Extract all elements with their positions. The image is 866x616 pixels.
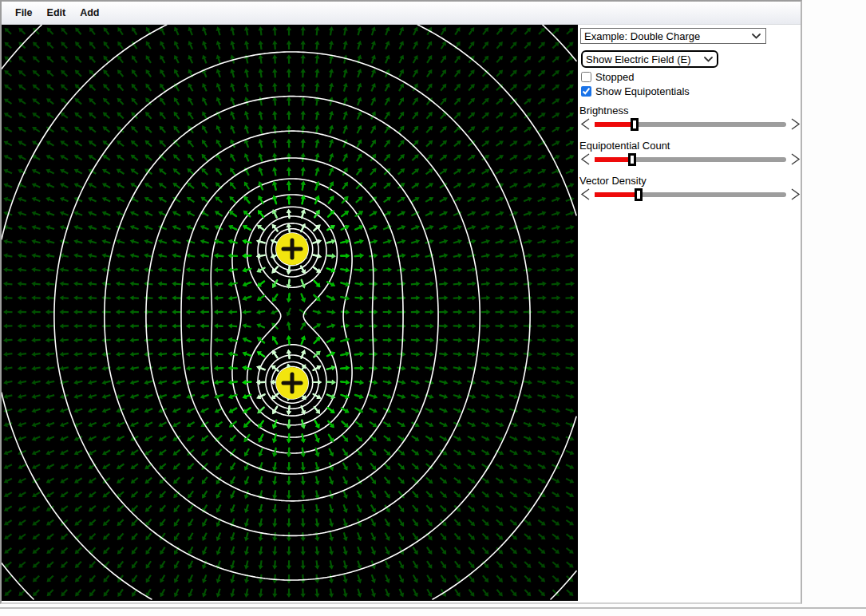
equipotential-count-slider-track[interactable] — [595, 152, 786, 166]
slider-fill — [595, 157, 632, 162]
menu-item-add[interactable]: Add — [80, 7, 99, 18]
brightness-slider-group: Brightness — [579, 105, 803, 131]
vector-density-slider-track[interactable] — [595, 188, 786, 201]
simulation-area — [2, 25, 578, 601]
show-equipotentials-row: Show Equipotentials — [581, 85, 690, 98]
checkbox-stopped[interactable] — [581, 72, 591, 82]
example-select-wrap: Example: Double Charge — [580, 28, 766, 44]
brightness-label: Brightness — [579, 105, 803, 116]
stopped-row: Stopped — [581, 70, 634, 84]
field-type-select-wrap: Show Electric Field (E) — [581, 50, 718, 68]
equipotential-count-slider-group: Equipotential Count — [579, 140, 803, 166]
brightness-slider-track[interactable] — [595, 117, 786, 131]
equipotential-count-label: Equipotential Count — [579, 140, 803, 152]
slider-right-arrow-icon[interactable] — [790, 152, 801, 166]
checkbox-show-equipotentials-label: Show Equipotentials — [595, 85, 690, 97]
checkbox-show-equipotentials[interactable] — [581, 86, 591, 97]
vector-density-slider-thumb[interactable] — [635, 188, 643, 201]
slider-fill — [595, 192, 639, 197]
menubar: File Edit Add — [2, 2, 801, 25]
field-canvas[interactable] — [2, 25, 578, 601]
vector-density-slider-group: Vector Density — [579, 175, 803, 201]
menu-item-file[interactable]: File — [15, 7, 33, 18]
slider-fill — [595, 122, 635, 127]
slider-right-arrow-icon[interactable] — [790, 188, 801, 201]
equipotential-count-slider-thumb[interactable] — [628, 153, 636, 166]
menu-item-edit[interactable]: Edit — [47, 7, 66, 18]
page-divider — [0, 607, 866, 609]
app-page: File Edit Add Example: Double Charge Sho… — [0, 0, 866, 616]
slider-right-arrow-icon[interactable] — [790, 117, 801, 131]
app-window: File Edit Add Example: Double Charge Sho… — [0, 0, 802, 604]
slider-left-arrow-icon[interactable] — [579, 152, 591, 166]
vector-density-slider — [579, 188, 801, 201]
brightness-slider-thumb[interactable] — [631, 118, 639, 131]
checkbox-stopped-label: Stopped — [595, 71, 634, 83]
brightness-slider — [579, 117, 801, 131]
controls-panel: Example: Double Charge Show Electric Fie… — [578, 25, 801, 602]
slider-left-arrow-icon[interactable] — [579, 188, 591, 201]
equipotential-count-slider — [579, 152, 801, 166]
field-type-select[interactable]: Show Electric Field (E) — [581, 50, 718, 68]
slider-left-arrow-icon[interactable] — [579, 117, 591, 131]
example-select[interactable]: Example: Double Charge — [580, 28, 766, 44]
vector-density-label: Vector Density — [579, 175, 803, 187]
